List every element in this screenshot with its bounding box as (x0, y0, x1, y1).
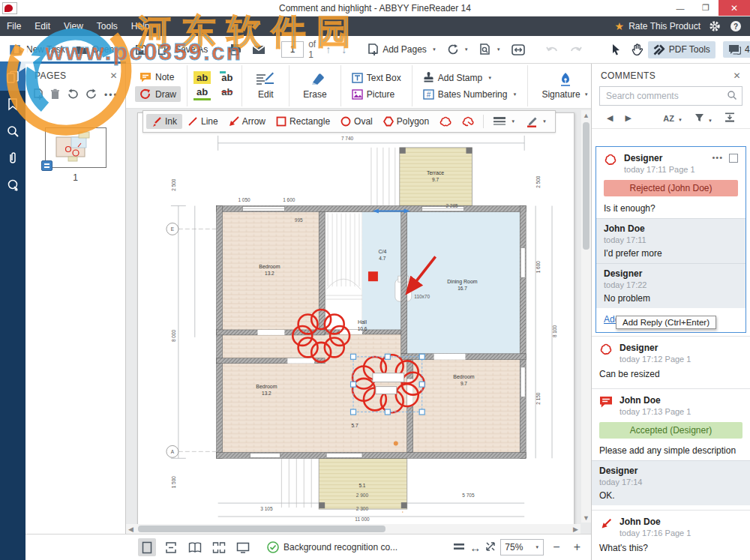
page-number-input[interactable] (281, 41, 304, 58)
zoom-level-select[interactable]: 75% ▼ (500, 539, 544, 556)
erase-tool-button[interactable]: Erase (296, 70, 334, 101)
maximize-button[interactable]: ❐ (693, 0, 718, 16)
add-page-icon[interactable] (33, 88, 44, 102)
sidebar-item-search[interactable] (0, 118, 26, 145)
scroll-up-icon[interactable]: ▲ (581, 110, 591, 120)
pdf-tools-button[interactable]: PDF Tools (648, 41, 716, 58)
menu-item-help[interactable]: Help (124, 16, 157, 36)
ink-color-button[interactable]: ▼ (520, 114, 552, 130)
document-page[interactable]: Terrace9.7Bedroom13.2C/44.7Dining Room16… (137, 112, 574, 525)
selection-handle[interactable] (385, 354, 390, 359)
text-box-tool-button[interactable]: Text Box (347, 70, 406, 85)
comment-reply[interactable]: Designertoday 17:22No problem (596, 263, 746, 308)
highlight-tool[interactable]: ab (194, 71, 211, 84)
vertical-scroll-thumb[interactable] (583, 122, 590, 250)
two-page-scrolling-button[interactable] (210, 538, 228, 556)
full-screen-view-button[interactable] (234, 538, 252, 556)
comment-thread[interactable]: John Doetoday 17:16 Page 1What's this? (592, 510, 750, 560)
menu-item-edit[interactable]: Edit (28, 16, 57, 36)
email-button[interactable] (247, 42, 271, 58)
sort-comments-button[interactable]: AZ ▼ (657, 114, 688, 123)
undo-button[interactable] (541, 42, 564, 58)
comment-thread[interactable]: John Doetoday 17:13 Page 1Accepted (Desi… (592, 388, 750, 510)
horizontal-scroll-thumb[interactable] (138, 526, 386, 532)
rotate-left-icon[interactable] (67, 88, 79, 102)
selection-handle[interactable] (385, 409, 390, 415)
edit-tool-button[interactable]: Edit (248, 70, 283, 101)
document-canvas[interactable]: Terrace9.7Bedroom13.2C/44.7Dining Room16… (126, 109, 591, 534)
menu-item-file[interactable]: File (0, 16, 28, 36)
underline-tool[interactable]: ab (194, 85, 211, 100)
menu-item-view[interactable]: View (57, 16, 90, 36)
collapse-all-button[interactable] (718, 112, 741, 124)
comments-panel-close-icon[interactable]: ✕ (734, 70, 741, 81)
close-button[interactable]: ✕ (718, 0, 750, 16)
sidebar-item-attachments[interactable] (0, 145, 26, 172)
rotate-right-icon[interactable] (86, 88, 98, 102)
line-weight-button[interactable]: ▼ (488, 114, 520, 129)
select-cursor-button[interactable] (606, 40, 626, 58)
note-tool-button[interactable]: Note (135, 70, 181, 85)
add-pages-button[interactable]: Add Pages ▼ (362, 40, 442, 58)
picture-tool-button[interactable]: Picture (347, 87, 406, 102)
search-document-button[interactable]: ▼ (474, 40, 506, 58)
sidebar-item-digital-signature[interactable] (0, 172, 26, 199)
horizontal-scrollbar[interactable]: ◀ ▶ (126, 524, 580, 534)
rate-this-product[interactable]: ★ Rate This Product (615, 20, 700, 32)
oval-tool-button[interactable]: Oval (335, 114, 378, 129)
polygon-tool-button[interactable]: Polygon (378, 114, 434, 129)
draw-tool-button[interactable]: Draw (135, 86, 181, 102)
signature-button[interactable]: Signature▼ (534, 70, 596, 101)
scroll-right-icon[interactable]: ▶ (571, 524, 580, 534)
bates-numbering-button[interactable]: # Bates Numbering ▼ (418, 87, 522, 102)
delete-page-trash-icon[interactable] (50, 88, 60, 102)
scroll-down-icon[interactable]: ▼ (581, 513, 591, 523)
line-tool-button[interactable]: Line (182, 114, 224, 129)
red-square-annotation[interactable] (368, 271, 378, 281)
menu-item-tools[interactable]: Tools (90, 16, 124, 36)
cloud-tool-button[interactable] (434, 114, 457, 129)
search-comments-input[interactable] (599, 86, 742, 106)
squiggly-underline-tool[interactable]: ab (218, 71, 236, 84)
rectangle-tool-button[interactable]: Rectangle (271, 114, 335, 129)
more-options-icon[interactable]: ••• (104, 90, 118, 100)
page-thumbnail[interactable] (45, 127, 106, 168)
sidebar-item-bookmarks[interactable] (0, 91, 26, 118)
previous-page-arrow-icon[interactable]: ↑ (320, 43, 336, 55)
comment-reply[interactable]: Designertoday 17:14OK. (592, 460, 750, 505)
pan-hand-button[interactable] (626, 40, 648, 58)
redo-button[interactable] (564, 42, 587, 58)
vertical-scrollbar[interactable]: ▲ ▼ (581, 110, 591, 523)
sidebar-item-pages[interactable] (0, 64, 26, 91)
arrow-tool-button[interactable]: Arrow (224, 114, 271, 129)
comment-more-icon[interactable]: ••• (712, 153, 723, 162)
freeform-cloud-tool-button[interactable] (457, 114, 479, 129)
selection-handle[interactable] (351, 409, 356, 415)
previous-comment-icon[interactable]: ◀ (601, 113, 619, 123)
selection-handle[interactable] (351, 382, 356, 387)
print-button[interactable] (223, 40, 247, 58)
next-comment-icon[interactable]: ▶ (619, 113, 637, 123)
open-button[interactable]: Open (70, 41, 119, 58)
fit-lines-icon[interactable] (453, 542, 465, 553)
comment-thread[interactable]: Designertoday 17:11 Page 1•••Rejected (J… (596, 146, 746, 333)
zoom-out-button[interactable]: − (548, 541, 564, 554)
settings-gear-icon[interactable] (708, 19, 722, 33)
next-page-arrow-icon[interactable]: ↓ (336, 43, 352, 55)
rotate-button[interactable]: ▼ (442, 40, 474, 58)
comments-count-button[interactable]: 4 (723, 41, 750, 58)
fit-page-icon[interactable] (485, 541, 496, 554)
comment-reply[interactable]: John Doetoday 17:11I'd prefer more (596, 218, 746, 263)
save-button[interactable] (130, 41, 152, 58)
help-icon[interactable]: ? (729, 19, 742, 33)
selection-handle[interactable] (351, 354, 356, 359)
save-as-button[interactable]: Save As ▼ (152, 41, 223, 58)
strikethrough-tool[interactable]: ab (218, 85, 236, 100)
minimize-button[interactable]: — (668, 0, 693, 16)
add-stamp-button[interactable]: Add Stamp ▼ (418, 70, 522, 85)
ink-tool-button[interactable]: Ink (146, 114, 182, 129)
fit-width-icon[interactable]: ↔ (470, 541, 481, 554)
comment-checkbox[interactable] (729, 154, 738, 163)
new-task-button[interactable]: New Task (4, 41, 70, 58)
two-page-view-button[interactable] (186, 538, 204, 556)
